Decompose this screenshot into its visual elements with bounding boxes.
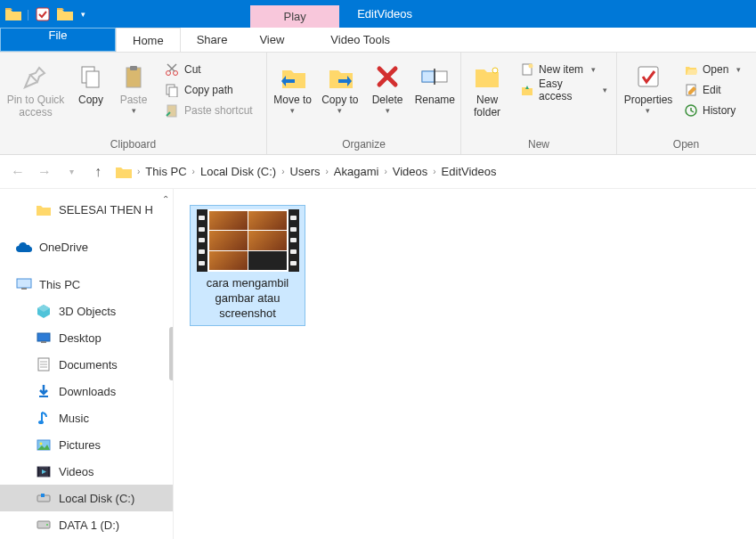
tab-share[interactable]: Share [181,28,244,52]
tab-video-tools[interactable]: Video Tools [314,28,406,52]
copy-to-button[interactable]: Copy to [318,59,362,119]
pin-label: Pin to Quick access [5,94,66,119]
tree-item-local-disk-c[interactable]: Local Disk (C:) [0,485,173,511]
folder-icon[interactable] [4,5,22,23]
tree-label: Videos [59,465,94,478]
easy-access-button[interactable]: Easy access [516,79,613,100]
forward-button[interactable]: → [36,164,53,180]
breadcrumb[interactable]: › This PC › Local Disk (C:) › Users › Ak… [116,165,747,178]
svg-point-37 [46,524,48,526]
crumb-users[interactable]: Users [290,165,321,178]
tree-item-videos[interactable]: Videos [0,458,173,485]
folder-icon [36,201,52,217]
tree-item-onedrive[interactable]: OneDrive [0,233,173,260]
drive-icon [36,517,52,533]
file-item[interactable]: cara mengambil gambar atau screenshot [190,205,305,326]
tree-item-folder[interactable]: SELESAI THEN H [0,196,173,223]
tree-item-documents[interactable]: Documents [0,351,173,378]
easy-access-label: Easy access [539,78,595,102]
copy-button[interactable]: Copy [71,59,110,110]
edit-label: Edit [703,84,721,96]
file-list-pane[interactable]: cara mengambil gambar atau screenshot [174,189,756,539]
properties-button[interactable]: Properties [621,59,676,119]
crumb-videos[interactable]: Videos [393,165,428,178]
svg-point-30 [40,442,43,445]
chevron-right-icon[interactable]: › [281,167,284,176]
chevron-right-icon[interactable]: › [433,167,435,176]
tree-item-downloads[interactable]: Downloads [0,378,173,404]
new-folder-button[interactable]: New folder [465,59,509,123]
back-button[interactable]: ← [9,164,27,180]
crumb-this-pc[interactable]: This PC [145,165,186,178]
contextual-tab-play[interactable]: Play [250,5,339,28]
properties-checkbox-icon[interactable] [34,5,52,23]
copy-to-label: Copy to [321,94,358,116]
scroll-up-icon[interactable]: ⌃ [162,194,169,204]
svg-rect-9 [167,105,176,117]
group-clipboard: Pin to Quick access Copy Paste [0,53,267,154]
chevron-right-icon[interactable]: › [137,167,140,176]
tree-item-music[interactable]: Music [0,404,173,431]
tab-home[interactable]: Home [116,28,181,52]
paste-shortcut-button[interactable]: Paste shortcut [159,100,258,120]
explorer-body: ⌃ SELESAI THEN H OneDrive This PC 3D Obj… [0,189,756,539]
svg-rect-19 [17,279,31,288]
folder-icon[interactable] [56,5,74,23]
easy-access-icon [521,84,533,96]
cut-button[interactable]: Cut [159,59,258,79]
recent-dropdown[interactable]: ▾ [62,167,80,176]
scrollbar-thumb[interactable] [169,327,174,380]
rename-button[interactable]: Rename [413,59,457,110]
tab-file[interactable]: File [0,28,116,52]
edit-button[interactable]: Edit [679,79,746,100]
tree-item-data1-d[interactable]: DATA 1 (D:) [0,511,173,538]
svg-point-15 [529,63,533,68]
music-icon [36,410,52,426]
this-pc-icon [16,276,32,292]
pin-to-quick-access-button[interactable]: Pin to Quick access [4,59,68,123]
new-item-label: New item [539,63,583,76]
paste-button[interactable]: Paste [114,59,153,119]
tree-item-this-pc[interactable]: This PC [0,271,173,298]
documents-icon [36,356,52,372]
tree-label: DATA 1 (D:) [59,519,119,532]
onedrive-icon [16,239,32,255]
cut-label: Cut [184,63,201,76]
chevron-right-icon[interactable]: › [192,167,195,176]
tree-label: Local Disk (C:) [59,492,134,505]
paste-label: Paste [120,94,148,116]
crumb-akagami[interactable]: Akagami [334,165,379,178]
title-bar: | ▾ Play EditVideos [0,0,756,28]
qat-dropdown-icon[interactable]: ▾ [81,10,85,19]
tree-item-pictures[interactable]: Pictures [0,431,173,458]
group-organize: Move to Copy to Delete Rename O [267,53,461,154]
svg-rect-32 [37,467,39,477]
qat-separator: | [27,8,29,20]
chevron-right-icon[interactable]: › [325,167,328,176]
copy-path-button[interactable]: Copy path [159,79,258,100]
svg-rect-4 [130,66,137,70]
svg-rect-20 [21,288,27,290]
open-group-label: Open [621,135,752,154]
open-button[interactable]: Open [679,59,746,79]
downloads-icon [36,383,52,399]
tree-item-3d-objects[interactable]: 3D Objects [0,298,173,324]
svg-rect-22 [41,341,46,343]
folder-icon [116,166,132,178]
tab-view[interactable]: View [243,28,300,52]
up-button[interactable]: ↑ [89,164,107,180]
move-to-button[interactable]: Move to [271,59,314,119]
rename-icon [420,62,449,91]
group-new: New folder New item Easy access New [461,53,617,154]
tree-item-desktop[interactable]: Desktop [0,324,173,351]
chevron-right-icon[interactable]: › [384,167,386,176]
history-button[interactable]: History [679,100,746,120]
properties-icon [634,62,663,91]
crumb-local-disk[interactable]: Local Disk (C:) [200,165,276,178]
navigation-pane[interactable]: ⌃ SELESAI THEN H OneDrive This PC 3D Obj… [0,189,174,539]
delete-button[interactable]: Delete [365,59,409,119]
file-name: cara mengambil gambar atau screenshot [194,276,301,322]
crumb-editvideos[interactable]: EditVideos [442,165,497,178]
open-label: Open [703,63,728,76]
pictures-icon [36,437,52,453]
